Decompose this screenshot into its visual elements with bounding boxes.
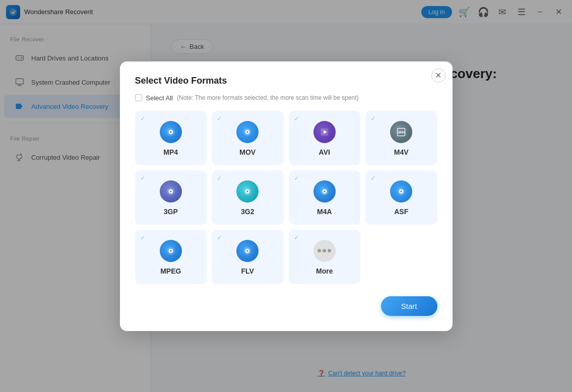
select-all-checkbox[interactable] (135, 94, 142, 101)
corner-check-3gp: ✓ (140, 174, 148, 182)
corner-check-more: ✓ (294, 234, 302, 242)
asf-icon-circle (390, 180, 412, 203)
svg-text:M4V: M4V (398, 130, 405, 134)
mpeg-icon-circle (160, 240, 182, 262)
modal-overlay: ✕ Select Video Formats Select All (Note:… (0, 0, 572, 392)
format-card-avi[interactable]: ✓ AVI (289, 111, 361, 165)
corner-check-asf: ✓ (370, 174, 378, 182)
modal-title: Select Video Formats (135, 76, 437, 86)
corner-check-avi: ✓ (294, 115, 302, 123)
svg-point-22 (246, 131, 248, 133)
format-card-mov[interactable]: ✓ MOV (212, 111, 284, 165)
select-all-row: Select All (Note: The more formats selec… (135, 94, 437, 102)
mov-icon-circle (236, 121, 259, 143)
format-card-mp4[interactable]: ✓ MP4 (135, 111, 207, 165)
more-icon-circle (313, 240, 336, 262)
m4v-icon-circle: M4V (390, 121, 412, 143)
format-card-more[interactable]: ✓ More (289, 230, 361, 284)
format-label-mpeg: MPEG (160, 267, 181, 275)
format-card-flv[interactable]: ✓ FLV (212, 230, 284, 284)
svg-point-29 (170, 190, 172, 192)
format-card-3g2[interactable]: ✓ 3G2 (212, 170, 284, 225)
corner-check-m4a: ✓ (294, 174, 302, 182)
svg-point-44 (246, 250, 248, 252)
format-label-m4a: M4A (317, 208, 332, 216)
corner-check-flv: ✓ (217, 234, 225, 242)
select-all-note: (Note: The more formats selected, the mo… (177, 94, 359, 101)
svg-point-19 (170, 131, 172, 133)
corner-check-mpeg: ✓ (140, 234, 148, 242)
format-label-more: More (316, 267, 333, 275)
format-label-3g2: 3G2 (241, 208, 254, 216)
start-button[interactable]: Start (381, 296, 437, 316)
format-label-m4v: M4V (394, 148, 409, 156)
3gp-icon-circle (160, 180, 182, 203)
avi-icon-circle (313, 121, 336, 143)
format-label-flv: FLV (241, 267, 254, 275)
format-selection-modal: ✕ Select Video Formats Select All (Note:… (120, 61, 453, 331)
format-card-mpeg[interactable]: ✓ MPEG (135, 230, 207, 284)
select-all-label: Select All (146, 94, 173, 102)
format-card-3gp[interactable]: ✓ 3GP (135, 170, 207, 225)
format-label-asf: ASF (394, 208, 408, 216)
3g2-icon-circle (236, 180, 259, 203)
format-label-avi: AVI (319, 148, 330, 156)
more-dots (317, 249, 331, 252)
format-card-m4a[interactable]: ✓ M4A (289, 170, 361, 225)
format-card-m4v[interactable]: ✓ M4V M4V (365, 111, 437, 165)
format-card-asf[interactable]: ✓ ASF (365, 170, 437, 225)
svg-point-38 (400, 190, 402, 192)
svg-point-35 (324, 190, 326, 192)
svg-point-41 (170, 250, 172, 252)
corner-check-3g2: ✓ (217, 174, 225, 182)
corner-check-mp4: ✓ (140, 115, 148, 123)
flv-icon-circle (236, 240, 259, 262)
corner-check-mov: ✓ (217, 115, 225, 123)
svg-point-32 (246, 190, 248, 192)
format-label-3gp: 3GP (164, 208, 178, 216)
format-grid: ✓ MP4 ✓ MOV ✓ (135, 111, 437, 284)
m4a-icon-circle (313, 180, 336, 203)
modal-close-button[interactable]: ✕ (431, 69, 446, 83)
corner-check-m4v: ✓ (370, 115, 378, 123)
mp4-icon-circle (160, 121, 182, 143)
modal-footer: Start (135, 296, 437, 316)
format-label-mp4: MP4 (163, 148, 178, 156)
format-label-mov: MOV (239, 148, 256, 156)
